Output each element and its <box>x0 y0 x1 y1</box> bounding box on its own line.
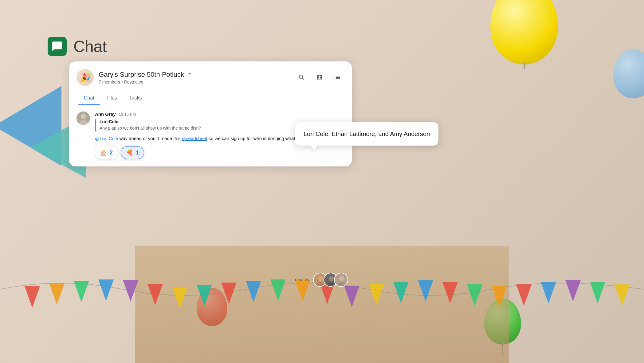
group-meta: 7 members • Restricted <box>99 80 296 84</box>
tab-bar: Chat Files Tasks <box>69 91 352 105</box>
dropdown-icon[interactable] <box>187 71 193 78</box>
chat-bubble-icon <box>51 41 63 52</box>
mention-link[interactable]: @Lori Cole <box>95 136 118 141</box>
svg-point-29 <box>318 276 323 281</box>
search-icon <box>298 74 305 81</box>
reaction-cake[interactable]: 🎂 2 <box>95 146 118 159</box>
message-text-part2: so we can sign up for who is bringing wh… <box>209 136 295 141</box>
header-actions <box>296 72 343 83</box>
tooltip-names: Lori Cole, Ethan Lattimore, and Amy Ande… <box>304 130 430 138</box>
group-avatar: 🎉 <box>77 69 94 86</box>
app-title: Chat <box>73 37 107 56</box>
sender-avatar <box>77 111 90 125</box>
message-text-part1: way ahead of you! I made this <box>119 136 182 141</box>
reactions: 🎂 2 🍕 1 <box>95 146 344 159</box>
reaction-cake-count: 2 <box>110 150 113 156</box>
tab-files[interactable]: Files <box>100 91 123 105</box>
svg-point-32 <box>329 276 334 281</box>
sender-name: Ann Gray <box>95 111 116 117</box>
chat-logo-icon <box>48 37 67 56</box>
avatar-image <box>77 111 90 125</box>
tab-tasks[interactable]: Tasks <box>123 91 148 105</box>
read-receipt-tooltip: Lori Cole, Ethan Lattimore, and Amy Ande… <box>295 122 438 146</box>
read-avatars <box>313 273 348 287</box>
chat-card: 🎉 Gary's Surprise 50th Potluck 7 members… <box>69 61 352 166</box>
reaction-pizza[interactable]: 🍕 1 <box>121 146 144 159</box>
card-header: 🎉 Gary's Surprise 50th Potluck 7 members… <box>69 61 352 91</box>
video-icon <box>316 74 323 81</box>
header-info: Gary's Surprise 50th Potluck 7 members •… <box>99 71 296 84</box>
message-header: Ann Gray 12:15 PM <box>95 111 344 117</box>
search-button[interactable] <box>296 72 308 83</box>
reaction-pizza-emoji: 🍕 <box>126 149 134 156</box>
read-avatar-3 <box>334 273 348 287</box>
list-icon <box>334 74 341 81</box>
svg-point-35 <box>339 276 344 281</box>
svg-point-26 <box>81 114 86 119</box>
app-header: Chat <box>48 37 107 56</box>
reaction-cake-emoji: 🎂 <box>100 149 108 156</box>
group-name-row: Gary's Surprise 50th Potluck <box>99 71 296 79</box>
group-name: Gary's Surprise 50th Potluck <box>99 71 184 79</box>
video-button[interactable] <box>314 72 325 83</box>
message-time: 12:15 PM <box>119 112 136 117</box>
tab-chat[interactable]: Chat <box>78 91 100 105</box>
spreadsheet-link[interactable]: spreadsheet <box>182 136 207 141</box>
list-button[interactable] <box>332 72 343 83</box>
read-by-section: read by <box>295 273 348 287</box>
read-by-label: read by <box>295 277 309 282</box>
reaction-pizza-count: 1 <box>136 150 139 156</box>
